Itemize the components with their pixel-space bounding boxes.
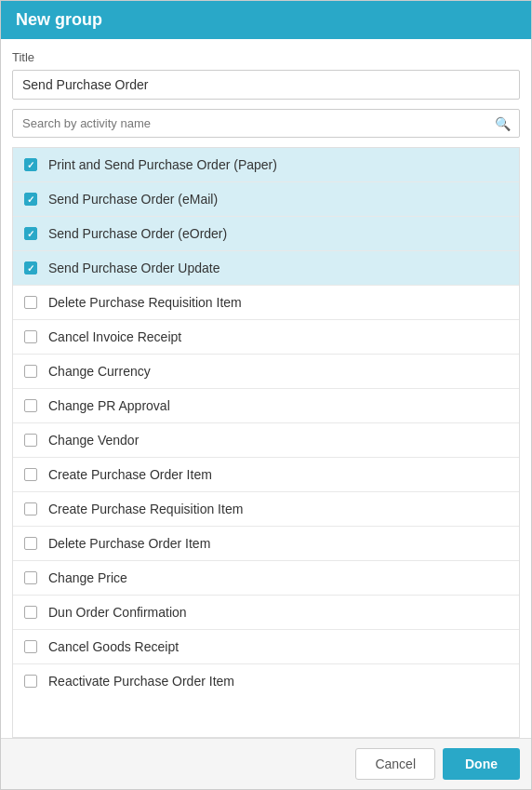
checkbox-change-pr-approval[interactable] <box>24 399 37 412</box>
modal-title: New group <box>16 10 102 30</box>
checkbox-reactivate-po-item[interactable] <box>24 675 37 688</box>
list-item-cancel-goods-receipt[interactable]: Cancel Goods Receipt <box>13 630 519 664</box>
cancel-button[interactable]: Cancel <box>355 748 435 780</box>
checkbox-send-po-update[interactable] <box>24 261 37 274</box>
checkbox-cancel-invoice-receipt[interactable] <box>24 330 37 343</box>
list-item-change-currency[interactable]: Change Currency <box>13 355 519 389</box>
list-item-delete-pr-item[interactable]: Delete Purchase Requisition Item <box>13 286 519 320</box>
checkbox-dun-order-confirmation[interactable] <box>24 606 37 619</box>
list-item-send-po-email[interactable]: Send Purchase Order (eMail) <box>13 182 519 217</box>
item-label-delete-po-item: Delete Purchase Order Item <box>48 536 210 551</box>
item-label-delete-pr-item: Delete Purchase Requisition Item <box>48 295 242 310</box>
item-label-send-po-email: Send Purchase Order (eMail) <box>48 192 218 207</box>
item-label-send-po-update: Send Purchase Order Update <box>48 261 219 275</box>
item-label-change-pr-approval: Change PR Approval <box>48 398 170 413</box>
checkbox-cancel-goods-receipt[interactable] <box>24 640 37 653</box>
modal-header: New group <box>1 1 531 39</box>
list-item-create-po-item[interactable]: Create Purchase Order Item <box>13 458 519 492</box>
search-input[interactable] <box>12 109 520 138</box>
item-label-print-send-po-paper: Print and Send Purchase Order (Paper) <box>48 157 277 172</box>
checkbox-create-po-item[interactable] <box>24 468 37 481</box>
checkbox-change-currency[interactable] <box>24 365 37 378</box>
list-item-send-po-update[interactable]: Send Purchase Order Update <box>13 251 519 286</box>
search-icon: 🔍 <box>495 116 511 131</box>
items-list: Print and Send Purchase Order (Paper)Sen… <box>12 147 520 738</box>
item-label-change-price: Change Price <box>48 570 127 585</box>
checkbox-create-pr-item[interactable] <box>24 502 37 516</box>
checkbox-change-price[interactable] <box>24 571 37 584</box>
list-item-reactivate-po-item[interactable]: Reactivate Purchase Order Item <box>13 664 519 698</box>
item-label-create-po-item: Create Purchase Order Item <box>48 467 212 482</box>
list-item-dun-order-confirmation[interactable]: Dun Order Confirmation <box>13 596 519 630</box>
checkbox-send-po-eorder[interactable] <box>24 227 37 240</box>
list-item-send-po-eorder[interactable]: Send Purchase Order (eOrder) <box>13 217 519 251</box>
list-item-delete-po-item[interactable]: Delete Purchase Order Item <box>13 527 519 561</box>
title-input[interactable] <box>12 70 520 100</box>
search-container: 🔍 <box>12 109 520 138</box>
list-item-change-price[interactable]: Change Price <box>13 561 519 596</box>
modal-body: Title 🔍 Print and Send Purchase Order (P… <box>1 39 531 738</box>
title-label: Title <box>12 50 520 64</box>
checkbox-delete-po-item[interactable] <box>24 537 37 550</box>
list-item-create-pr-item[interactable]: Create Purchase Requisition Item <box>13 492 519 527</box>
new-group-modal: New group Title 🔍 Print and Send Purchas… <box>0 0 532 790</box>
item-label-change-currency: Change Currency <box>48 364 151 379</box>
checkbox-send-po-email[interactable] <box>24 193 37 206</box>
item-label-reactivate-po-item: Reactivate Purchase Order Item <box>48 674 234 689</box>
list-item-change-pr-approval[interactable]: Change PR Approval <box>13 389 519 423</box>
item-label-cancel-invoice-receipt: Cancel Invoice Receipt <box>48 329 181 344</box>
item-label-cancel-goods-receipt: Cancel Goods Receipt <box>48 639 179 654</box>
done-button[interactable]: Done <box>443 748 520 780</box>
list-item-cancel-invoice-receipt[interactable]: Cancel Invoice Receipt <box>13 320 519 355</box>
checkbox-delete-pr-item[interactable] <box>24 296 37 309</box>
checkbox-print-send-po-paper[interactable] <box>24 158 37 171</box>
item-label-create-pr-item: Create Purchase Requisition Item <box>48 502 243 516</box>
item-label-dun-order-confirmation: Dun Order Confirmation <box>48 605 187 620</box>
item-label-change-vendor: Change Vendor <box>48 433 139 448</box>
modal-footer: Cancel Done <box>1 738 531 789</box>
list-item-change-vendor[interactable]: Change Vendor <box>13 423 519 458</box>
checkbox-change-vendor[interactable] <box>24 434 37 447</box>
item-label-send-po-eorder: Send Purchase Order (eOrder) <box>48 226 227 241</box>
list-item-print-send-po-paper[interactable]: Print and Send Purchase Order (Paper) <box>13 148 519 182</box>
